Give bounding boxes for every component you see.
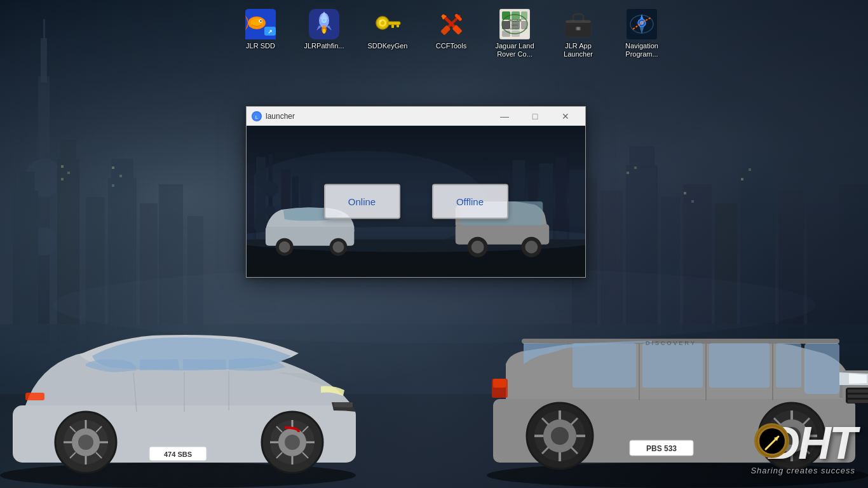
desktop-icon-ccftools[interactable]: CCFTools bbox=[426, 6, 477, 53]
desktop-icon-navigation-program[interactable]: Navigation Program... bbox=[616, 6, 667, 61]
svg-rect-185 bbox=[247, 163, 254, 240]
offline-button[interactable]: Offline bbox=[432, 184, 508, 219]
sddkeygen-icon bbox=[372, 9, 403, 39]
maximize-button[interactable]: □ bbox=[520, 107, 550, 126]
svg-rect-139 bbox=[804, 343, 839, 394]
svg-text:LAND: LAND bbox=[512, 24, 519, 27]
svg-point-72 bbox=[379, 20, 382, 22]
svg-rect-96 bbox=[566, 20, 591, 23]
svg-text:ROVER: ROVER bbox=[510, 27, 519, 30]
close-button[interactable]: ✕ bbox=[551, 107, 580, 126]
jlr-sdd-label: JLR SDD bbox=[246, 42, 275, 50]
jlr-app-launcher-icon bbox=[563, 9, 593, 39]
svg-rect-71 bbox=[397, 25, 399, 27]
window-controls: — □ ✕ bbox=[490, 107, 580, 126]
dht-circle-icon bbox=[754, 423, 789, 458]
svg-rect-198 bbox=[569, 170, 585, 240]
svg-point-113 bbox=[285, 435, 300, 450]
svg-text:474 SBS: 474 SBS bbox=[164, 451, 192, 458]
sddkeygen-label: SDDKeyGen bbox=[368, 42, 408, 50]
dht-watermark: DHT Sharing creates success bbox=[750, 420, 855, 475]
svg-rect-151 bbox=[848, 400, 868, 403]
svg-point-205 bbox=[332, 241, 344, 253]
svg-rect-95 bbox=[577, 27, 580, 30]
svg-point-169 bbox=[551, 427, 569, 445]
window-icon: L bbox=[252, 111, 262, 121]
svg-point-51 bbox=[260, 20, 261, 22]
jlr-app-launcher-label: JLR App Launcher bbox=[555, 42, 601, 58]
svg-rect-109 bbox=[25, 393, 44, 400]
minimize-button[interactable]: — bbox=[490, 107, 519, 126]
desktop-background: ↗ JLR SDD bbox=[0, 0, 868, 488]
ccftools-icon-img bbox=[436, 9, 466, 39]
svg-point-61 bbox=[323, 19, 326, 22]
svg-rect-149 bbox=[848, 390, 868, 393]
svg-rect-108 bbox=[334, 402, 353, 407]
navigation-program-icon-img bbox=[627, 9, 657, 39]
svg-rect-70 bbox=[391, 25, 394, 28]
jlr-sdd-icon-img: ↗ bbox=[245, 9, 276, 39]
window-title: launcher bbox=[266, 112, 490, 121]
svg-point-125 bbox=[78, 435, 93, 450]
desktop-icon-jlrpathfinder[interactable]: JLRPathfin... bbox=[299, 6, 349, 53]
navigation-program-icon bbox=[627, 9, 657, 39]
online-button[interactable]: Online bbox=[324, 184, 400, 219]
svg-text:↗: ↗ bbox=[268, 29, 273, 35]
desktop-icons-container: ↗ JLR SDD bbox=[235, 6, 667, 61]
svg-rect-140 bbox=[573, 343, 636, 388]
navigation-program-label: Navigation Program... bbox=[619, 42, 665, 58]
svg-point-188 bbox=[263, 181, 278, 196]
launcher-window: L launcher — □ ✕ bbox=[246, 106, 586, 278]
desktop-icon-jlr-app-launcher[interactable]: JLR App Launcher bbox=[553, 6, 604, 61]
desktop-icon-jlr-sdd[interactable]: ↗ JLR SDD bbox=[235, 6, 286, 53]
jlrpathfinder-icon-img bbox=[309, 9, 339, 39]
svg-text:PBS 533: PBS 533 bbox=[646, 444, 677, 453]
jaguar-fpace-car: 474 SBS bbox=[0, 278, 407, 488]
ccftools-label: CCFTools bbox=[436, 42, 466, 50]
desktop-icon-jaguar-land-rover[interactable]: JAGUAR LAND ROVER Jaguar Land Rover Co..… bbox=[489, 6, 540, 61]
window-buttons: Online Offline bbox=[324, 184, 508, 219]
svg-point-213 bbox=[759, 428, 785, 454]
svg-text:DISCOVERY: DISCOVERY bbox=[646, 340, 696, 346]
svg-point-209 bbox=[471, 241, 484, 254]
ccftools-icon bbox=[436, 9, 466, 39]
sddkeygen-icon-img bbox=[372, 9, 403, 39]
jlrpathfinder-label: JLRPathfin... bbox=[304, 42, 344, 50]
jlr-app-launcher-icon-img bbox=[563, 9, 593, 39]
svg-point-203 bbox=[279, 241, 290, 253]
jlr-sdd-icon: ↗ bbox=[245, 9, 276, 39]
svg-rect-150 bbox=[848, 395, 868, 398]
desktop-icon-sddkeygen[interactable]: SDDKeyGen bbox=[362, 6, 413, 53]
jaguar-land-rover-icon: JAGUAR LAND ROVER bbox=[499, 9, 530, 39]
svg-rect-153 bbox=[493, 379, 506, 388]
svg-rect-143 bbox=[776, 343, 801, 388]
jaguar-land-rover-label: Jaguar Land Rover Co... bbox=[492, 42, 538, 58]
svg-text:L: L bbox=[255, 114, 259, 120]
svg-rect-186 bbox=[256, 157, 266, 240]
jlrpathfinder-icon bbox=[309, 9, 339, 39]
svg-rect-197 bbox=[555, 157, 567, 240]
svg-point-211 bbox=[525, 241, 538, 254]
svg-rect-142 bbox=[709, 343, 770, 388]
svg-text:JAGUAR: JAGUAR bbox=[508, 18, 522, 22]
jaguar-land-rover-icon-img: JAGUAR LAND ROVER bbox=[499, 9, 530, 39]
window-titlebar: L launcher — □ ✕ bbox=[247, 107, 585, 126]
svg-rect-141 bbox=[642, 343, 703, 388]
svg-rect-69 bbox=[388, 22, 400, 25]
svg-rect-52 bbox=[245, 9, 276, 14]
svg-point-65 bbox=[323, 29, 326, 34]
window-content: Online Offline bbox=[247, 126, 585, 277]
